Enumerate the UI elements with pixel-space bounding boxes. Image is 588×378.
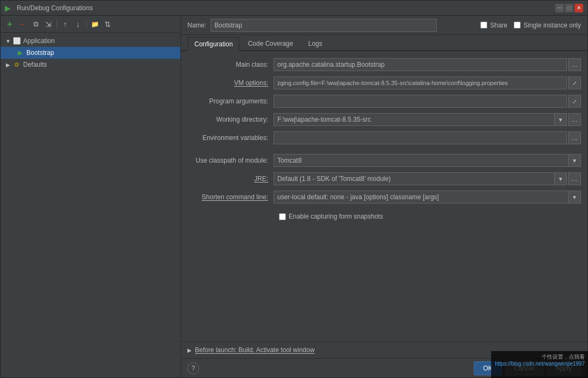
form-row-shorten-cmd: Shorten command line: user-local default… bbox=[187, 190, 581, 204]
toolbar: + − ⧉ ⇲ ↑ ↓ 📁 bbox=[1, 16, 180, 33]
title-bar: ▶ Run/Debug Configurations ─ □ ✕ bbox=[1, 1, 587, 16]
classpath-wrapper: Tomcat8 ▼ bbox=[274, 154, 581, 167]
tree-item-defaults[interactable]: ▶ ⚙ Defaults bbox=[1, 59, 180, 71]
jre-label: JRE: bbox=[187, 175, 274, 183]
up-icon: ↑ bbox=[64, 20, 67, 29]
defaults-icon: ⚙ bbox=[12, 60, 21, 69]
left-panel: + − ⧉ ⇲ ↑ ↓ 📁 bbox=[1, 16, 181, 377]
name-input[interactable] bbox=[211, 19, 437, 32]
tree-arrow-defaults: ▶ bbox=[5, 61, 11, 68]
folder-button[interactable]: 📁 bbox=[89, 18, 101, 30]
shorten-cmd-wrapper: user-local default: none - java [options… bbox=[274, 191, 581, 204]
application-group-icon: ⬜ bbox=[12, 37, 21, 45]
tree-item-application[interactable]: ▼ ⬜ Application bbox=[1, 35, 180, 47]
jre-wrapper: Default (1.8 - SDK of 'Tomcat8' module) … bbox=[274, 172, 567, 185]
name-label: Name: bbox=[187, 22, 206, 29]
separator-2 bbox=[86, 20, 87, 29]
capture-snapshots-checkbox[interactable] bbox=[279, 213, 286, 220]
spacer-1 bbox=[187, 149, 581, 153]
tree-label-defaults: Defaults bbox=[23, 61, 47, 68]
remove-icon: − bbox=[20, 20, 25, 29]
name-bar: Name: Share Single instance only bbox=[181, 16, 587, 35]
env-vars-browse-button[interactable]: … bbox=[568, 131, 581, 144]
env-vars-label: Environment variables: bbox=[187, 134, 274, 142]
tab-configuration-label: Configuration bbox=[194, 40, 233, 48]
separator-1 bbox=[57, 20, 57, 29]
form-row-vm-options: VM options: ⤢ bbox=[187, 76, 581, 90]
before-launch-arrow-icon: ▶ bbox=[187, 347, 192, 353]
tab-logs[interactable]: Logs bbox=[301, 36, 329, 50]
shorten-cmd-label: Shorten command line: bbox=[187, 193, 274, 201]
run-debug-configurations-window: ▶ Run/Debug Configurations ─ □ ✕ + − ⧉ bbox=[0, 0, 588, 378]
down-icon: ↓ bbox=[76, 20, 80, 29]
window-controls: ─ □ ✕ bbox=[555, 4, 583, 12]
main-class-browse-button[interactable]: … bbox=[568, 58, 581, 71]
tree-arrow-application: ▼ bbox=[5, 38, 11, 44]
single-instance-checkbox-label[interactable]: Single instance only bbox=[514, 22, 581, 29]
single-instance-checkbox[interactable] bbox=[514, 22, 521, 29]
remove-button[interactable]: − bbox=[17, 18, 29, 30]
tree-area: ▼ ⬜ Application ▶ Bootstrap ▶ ⚙ Defaults bbox=[1, 33, 180, 377]
spacer-2 bbox=[187, 208, 581, 213]
tab-code-coverage-label: Code Coverage bbox=[248, 40, 293, 47]
shorten-cmd-select[interactable]: user-local default: none - java [options… bbox=[274, 191, 581, 204]
window-icon: ▶ bbox=[5, 4, 13, 12]
main-class-input[interactable] bbox=[274, 58, 567, 71]
folder-icon: 📁 bbox=[91, 20, 99, 28]
program-args-label: Program arguments: bbox=[187, 97, 274, 105]
maximize-button[interactable]: □ bbox=[565, 4, 573, 12]
tree-label-application: Application bbox=[23, 37, 55, 45]
sort-button[interactable]: ⇅ bbox=[102, 18, 114, 30]
program-args-expand-button[interactable]: ⤢ bbox=[568, 95, 581, 108]
env-vars-input[interactable] bbox=[274, 131, 567, 144]
copy-button[interactable]: ⧉ bbox=[30, 18, 41, 30]
bootstrap-icon: ▶ bbox=[16, 48, 24, 57]
move-button[interactable]: ⇲ bbox=[43, 18, 54, 30]
name-right: Share Single instance only bbox=[480, 22, 581, 29]
vm-options-label: VM options: bbox=[187, 79, 274, 87]
share-checkbox[interactable] bbox=[480, 22, 487, 29]
program-args-input[interactable] bbox=[274, 95, 567, 108]
form-row-working-dir: Working directory: ▼ … bbox=[187, 113, 581, 127]
classpath-label: Use classpath of module: bbox=[187, 157, 274, 164]
working-dir-input[interactable] bbox=[274, 113, 567, 126]
working-dir-wrapper: ▼ bbox=[274, 113, 567, 126]
form-row-capture-snapshots: Enable capturing form snapshots bbox=[187, 213, 581, 220]
capture-snapshots-label[interactable]: Enable capturing form snapshots bbox=[279, 213, 383, 220]
window-title: Run/Debug Configurations bbox=[17, 4, 555, 12]
single-instance-label: Single instance only bbox=[523, 22, 581, 29]
share-checkbox-label[interactable]: Share bbox=[480, 22, 507, 29]
form-row-main-class: Main class: … bbox=[187, 58, 581, 72]
up-button[interactable]: ↑ bbox=[59, 18, 71, 30]
csdn-badge: 个性设置，点我看 https://blog.csdn.net/wangwenji… bbox=[491, 351, 588, 378]
tabs-bar: Configuration Code Coverage Logs bbox=[181, 35, 587, 51]
vm-options-input[interactable] bbox=[274, 76, 567, 89]
share-label: Share bbox=[490, 22, 507, 29]
main-content: + − ⧉ ⇲ ↑ ↓ 📁 bbox=[1, 16, 587, 377]
help-icon: ? bbox=[192, 365, 195, 372]
help-button[interactable]: ? bbox=[187, 362, 199, 374]
minimize-button[interactable]: ─ bbox=[555, 4, 564, 12]
config-content: Main class: … VM options: ⤢ Program argu… bbox=[181, 51, 587, 341]
jre-browse-button[interactable]: … bbox=[568, 172, 581, 185]
form-row-env-vars: Environment variables: … bbox=[187, 131, 581, 145]
vm-options-expand-button[interactable]: ⤢ bbox=[568, 76, 581, 89]
footer-url: https://blog.csdn.net/wangwenjie1997 bbox=[495, 361, 585, 367]
down-button[interactable]: ↓ bbox=[72, 18, 84, 30]
before-launch-label: Before launch: Build, Activate tool wind… bbox=[195, 346, 314, 354]
right-panel: Name: Share Single instance only Confi bbox=[181, 16, 587, 377]
working-dir-label: Working directory: bbox=[187, 116, 274, 123]
tab-code-coverage[interactable]: Code Coverage bbox=[241, 36, 300, 50]
tab-logs-label: Logs bbox=[308, 40, 322, 47]
tab-configuration[interactable]: Configuration bbox=[187, 37, 240, 51]
classpath-select[interactable]: Tomcat8 bbox=[274, 154, 581, 167]
main-class-label: Main class: bbox=[187, 61, 274, 68]
working-dir-browse-button[interactable]: … bbox=[568, 113, 581, 126]
form-row-jre: JRE: Default (1.8 - SDK of 'Tomcat8' mod… bbox=[187, 172, 581, 186]
copy-icon: ⧉ bbox=[33, 20, 38, 29]
jre-select[interactable]: Default (1.8 - SDK of 'Tomcat8' module) bbox=[274, 172, 567, 185]
sort-icon: ⇅ bbox=[104, 20, 111, 29]
tree-item-bootstrap[interactable]: ▶ Bootstrap bbox=[1, 47, 180, 59]
close-button[interactable]: ✕ bbox=[575, 4, 583, 12]
add-button[interactable]: + bbox=[4, 18, 16, 30]
